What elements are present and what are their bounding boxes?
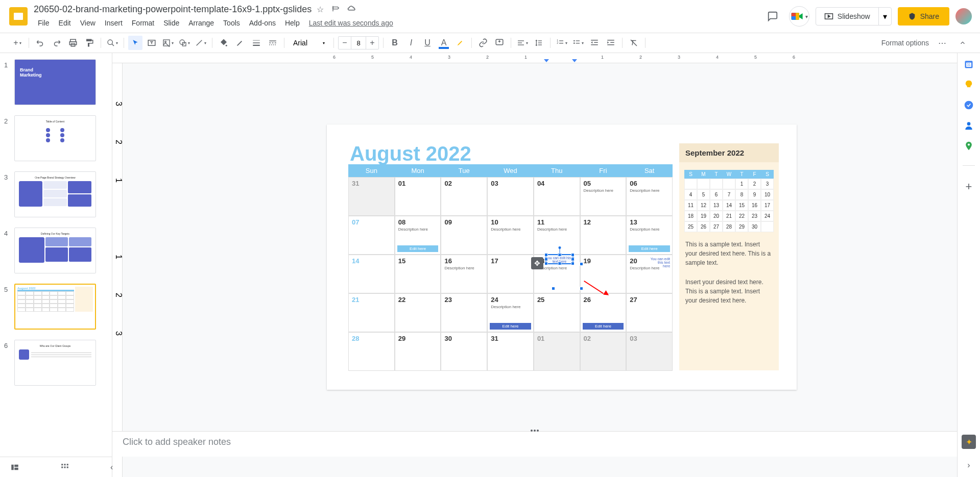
filmstrip-view-icon[interactable] — [10, 460, 19, 474]
text-color-button[interactable]: A — [437, 36, 451, 50]
textbox-tool[interactable] — [145, 36, 159, 50]
indent-increase-button[interactable] — [604, 36, 618, 50]
user-avatar[interactable] — [955, 8, 972, 24]
calendar-cell[interactable]: 01 — [534, 332, 580, 371]
calendar-cell[interactable]: 02 — [441, 177, 487, 216]
bullet-list-button[interactable]: ▾ — [571, 36, 585, 50]
italic-button[interactable]: I — [404, 36, 418, 50]
menu-help[interactable]: Help — [281, 17, 304, 29]
tasks-app-icon[interactable] — [964, 100, 974, 110]
calendar-cell[interactable]: 25 — [534, 293, 580, 332]
calendar-app-icon[interactable]: 31 — [964, 59, 974, 69]
more-button[interactable]: ⋯ — [935, 36, 949, 50]
slide-thumb-3[interactable]: One Page Brand Strategy Overview — [14, 171, 96, 217]
star-icon[interactable]: ☆ — [317, 5, 326, 14]
move-icon[interactable] — [332, 5, 341, 14]
menu-arrange[interactable]: Arrange — [184, 17, 218, 29]
calendar-cell[interactable]: 20Description hereYou can edit this text… — [626, 255, 673, 293]
september-text-2[interactable]: Insert your desired text here. This is a… — [679, 278, 779, 305]
image-tool[interactable]: ▾ — [161, 36, 175, 50]
calendar-cell[interactable]: 02 — [580, 332, 627, 371]
slide-thumb-5[interactable]: August 2022 — [14, 284, 96, 330]
grid-view-icon[interactable] — [60, 460, 69, 474]
calendar-cell[interactable]: 24Description hereEdit here — [487, 293, 534, 332]
paint-format-button[interactable] — [82, 36, 97, 50]
menu-view[interactable]: View — [76, 17, 100, 29]
canvas-area[interactable]: 6 5 4 3 2 1 1 2 3 4 5 6 3 2 1 1 2 3 Augu… — [112, 53, 957, 477]
numbered-list-button[interactable]: 12▾ — [555, 36, 569, 50]
september-calendar[interactable]: SMTWTFS 12345678910111213141516171819202… — [684, 170, 774, 232]
new-slide-button[interactable]: +▾ — [10, 36, 25, 50]
calendar-cell[interactable]: 22 — [395, 293, 441, 332]
calendar-cell[interactable]: 26Edit here — [580, 293, 627, 332]
menu-format[interactable]: Format — [128, 17, 158, 29]
slide-thumb-2[interactable]: Table of Content — [14, 115, 96, 161]
calendar-cell[interactable]: 28 — [348, 332, 395, 371]
calendar-cell[interactable]: 27 — [626, 293, 673, 332]
calendar-cell[interactable]: 12 — [580, 216, 627, 255]
print-button[interactable] — [66, 36, 80, 50]
align-button[interactable]: ▾ — [515, 36, 530, 50]
border-dash-button[interactable] — [266, 36, 280, 50]
slide-panel[interactable]: 1BrandMarketing 2Table of Content 3One P… — [0, 53, 112, 477]
main-calendar[interactable]: SunMonTueWedThuFriSat 310102030405Descri… — [348, 164, 673, 371]
link-button[interactable] — [476, 36, 490, 50]
slide-canvas[interactable]: August 2022 SunMonTueWedThuFriSat 310102… — [327, 124, 797, 390]
collapse-panel-icon[interactable]: ‹ — [110, 460, 113, 474]
maps-app-icon[interactable] — [964, 141, 974, 151]
menu-tools[interactable]: Tools — [219, 17, 244, 29]
redo-button[interactable] — [50, 36, 64, 50]
contacts-app-icon[interactable] — [964, 120, 974, 131]
format-options[interactable]: Format options — [877, 39, 933, 47]
calendar-cell[interactable]: 09 — [441, 216, 487, 255]
calendar-cell[interactable]: 11Description here — [534, 216, 580, 255]
selection-box[interactable]: ou can edit his text here — [545, 254, 573, 264]
calendar-cell[interactable]: 07 — [348, 216, 395, 255]
speaker-notes[interactable]: Click to add speaker notes — [112, 431, 957, 457]
bold-button[interactable]: B — [388, 36, 402, 50]
keep-app-icon[interactable] — [964, 80, 974, 90]
september-box[interactable]: September 2022 SMTWTFS 12345678910111213… — [679, 143, 779, 370]
select-tool[interactable] — [128, 36, 142, 50]
font-size-decrease[interactable]: − — [339, 37, 351, 49]
hide-sidebar-icon[interactable]: › — [964, 461, 974, 471]
explore-button[interactable]: ✦ — [962, 435, 976, 449]
calendar-cell[interactable]: 04 — [534, 177, 580, 216]
calendar-cell[interactable]: 06Description here — [626, 177, 673, 216]
slideshow-dropdown[interactable]: ▾ — [878, 8, 891, 25]
menu-addons[interactable]: Add-ons — [245, 17, 280, 29]
menu-slide[interactable]: Slide — [159, 17, 183, 29]
slide-thumb-1[interactable]: BrandMarketing — [14, 59, 96, 105]
border-weight-button[interactable] — [249, 36, 264, 50]
clear-format-button[interactable] — [627, 36, 641, 50]
calendar-cell[interactable]: 29 — [395, 332, 441, 371]
slideshow-button[interactable]: Slideshow ▾ — [816, 7, 892, 26]
september-title[interactable]: September 2022 — [679, 143, 779, 162]
calendar-cell[interactable]: 31 — [348, 177, 395, 216]
zoom-button[interactable]: ▾ — [105, 36, 119, 50]
underline-button[interactable]: U — [420, 36, 435, 50]
calendar-cell[interactable]: 17 — [487, 255, 534, 293]
share-button[interactable]: Share — [898, 7, 949, 26]
september-text-1[interactable]: This is a sample text. Insert your desir… — [679, 240, 779, 267]
calendar-cell[interactable]: 30 — [441, 332, 487, 371]
slides-logo[interactable] — [8, 6, 29, 27]
font-size-input[interactable] — [351, 37, 366, 49]
add-app-icon[interactable]: + — [964, 180, 974, 190]
fill-color-button[interactable] — [217, 36, 231, 50]
slide-thumb-4[interactable]: Defining Our Key Targets — [14, 228, 96, 273]
calendar-cell[interactable]: 10Description here — [487, 216, 534, 255]
highlight-button[interactable] — [453, 36, 467, 50]
menu-file[interactable]: File — [34, 17, 54, 29]
calendar-cell[interactable]: 03 — [626, 332, 673, 371]
calendar-cell[interactable]: 13Description hereEdit here — [626, 216, 673, 255]
calendar-cell[interactable]: 01 — [395, 177, 441, 216]
comments-icon[interactable] — [762, 6, 783, 27]
border-color-button[interactable] — [233, 36, 247, 50]
undo-button[interactable] — [33, 36, 47, 50]
calendar-title[interactable]: August 2022 — [350, 142, 471, 165]
cloud-icon[interactable] — [347, 5, 356, 14]
indent-decrease-button[interactable] — [587, 36, 602, 50]
calendar-cell[interactable]: 08Description hereEdit here — [395, 216, 441, 255]
calendar-cell[interactable]: 15 — [395, 255, 441, 293]
